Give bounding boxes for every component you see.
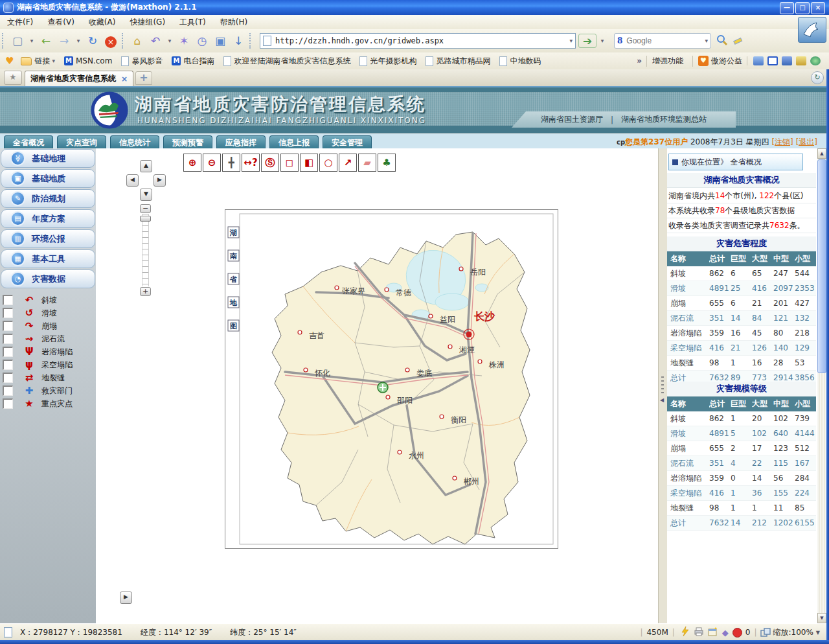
link-item-3[interactable]: 欢迎登陆湖南省地质灾害信息系统 (223, 56, 350, 67)
links-folder-button[interactable]: 链接 ▾ (21, 56, 55, 67)
globe-icon[interactable] (810, 56, 821, 65)
zoom-out-slider-button[interactable]: − (140, 204, 151, 213)
links-overflow-chevron[interactable]: » (637, 56, 642, 65)
new-tab-button[interactable]: + (135, 71, 152, 85)
minimize-button[interactable]: — (780, 2, 794, 14)
layer-checkbox[interactable] (3, 334, 13, 344)
scroll-up-icon[interactable]: ▲ (817, 148, 826, 159)
new-page-button[interactable]: ▢ (9, 32, 26, 49)
new-page-dropdown[interactable]: ▾ (27, 32, 36, 49)
tab-refresh-icon[interactable]: ↻ (811, 71, 824, 84)
sidebar-button-0[interactable]: ≫基础地理 (1, 149, 95, 168)
sidebar-button-2[interactable]: ✎防治规划 (1, 189, 95, 208)
link-item-1[interactable]: 暴风影音 (121, 56, 163, 67)
search-icon[interactable] (716, 34, 728, 48)
measure-tool[interactable]: ↔? (242, 154, 260, 172)
menu-item-0[interactable]: 文件(F) (0, 15, 40, 30)
sidebar-button-6[interactable]: ◔灾害数据 (1, 270, 95, 288)
layer-checkbox[interactable] (3, 347, 13, 357)
link-item-6[interactable]: 中地数码 (499, 56, 541, 67)
layer-checkbox[interactable] (3, 373, 13, 383)
window-icon[interactable] (767, 56, 778, 65)
proxy-icon[interactable] (753, 56, 764, 65)
nav-tab-1[interactable]: 灾点查询 (57, 135, 106, 150)
scroll-down-icon[interactable]: ▼ (817, 613, 826, 623)
forward-button[interactable]: → (56, 32, 73, 49)
deselect-tool[interactable]: ◧ (300, 154, 318, 172)
zoom-in-tool[interactable]: ⊕ (183, 154, 201, 172)
maxthon-charity-link[interactable]: ♥ 傲游公益 (692, 56, 742, 67)
eraser-tool[interactable]: ▰ (358, 154, 376, 172)
scale-tool[interactable]: Ⓢ (261, 154, 279, 172)
draw-line-tool[interactable]: ↗ (339, 154, 357, 172)
active-tab[interactable]: 湖南省地质灾害信息系统 × (25, 71, 133, 86)
link-item-0[interactable]: MMSN.com (64, 56, 112, 65)
link-item-2[interactable]: M电台指南 (172, 56, 214, 67)
nav-tab-6[interactable]: 安全管理 (323, 135, 372, 150)
link-item-5[interactable]: 觅路城市精品网 (426, 56, 490, 67)
pan-east-button[interactable]: ▶ (153, 174, 166, 187)
locate-icon[interactable] (378, 382, 388, 393)
zoom-control[interactable]: 缩放:100% ▼ (760, 627, 820, 638)
layer-checkbox[interactable] (3, 385, 13, 396)
select-rect-tool[interactable]: ◻ (280, 154, 299, 172)
boost-icon[interactable] (681, 627, 690, 638)
close-button[interactable]: × (811, 2, 825, 14)
layer-row-0[interactable]: ↶斜坡 (3, 293, 96, 306)
layer-checkbox[interactable] (3, 295, 13, 305)
logout-link[interactable]: [注销] (771, 137, 793, 146)
layer-row-8[interactable]: ★重点灾点 (3, 397, 96, 410)
menu-item-3[interactable]: 快捷组(G) (122, 15, 172, 30)
layer-checkbox[interactable] (3, 360, 13, 370)
full-extent-tool[interactable]: ♣ (378, 154, 396, 172)
zoom-in-slider-button[interactable]: + (140, 287, 151, 296)
layer-row-4[interactable]: Ψ岩溶塌陷 (3, 345, 96, 358)
nav-tab-4[interactable]: 应急指挥 (216, 135, 266, 150)
layer-row-5[interactable]: ψ采空塌陷 (3, 358, 96, 371)
map-area[interactable]: ▲ ◀ ▶ ▼ − + ⊕⊖╋↔?Ⓢ◻◧○↗▰♣ ▶ 湖南省地图 (96, 148, 658, 623)
tab-close-icon[interactable]: × (121, 75, 128, 84)
sidebar-button-1[interactable]: ▣基础地质 (1, 169, 95, 188)
exit-link[interactable]: [退出] (796, 137, 817, 146)
layer-checkbox[interactable] (3, 321, 13, 331)
link-land-resources[interactable]: 湖南省国土资源厅 (541, 114, 603, 125)
go-button[interactable]: ➔ (578, 34, 596, 48)
refresh-button[interactable]: ↻ (84, 32, 101, 49)
toolbar-grip[interactable] (2, 33, 6, 49)
map-frame[interactable]: 湖南省地图 (225, 209, 558, 549)
layer-row-7[interactable]: ✚救灾部门 (3, 384, 96, 397)
address-input[interactable] (274, 36, 569, 46)
nav-tab-2[interactable]: 信息统计 (110, 135, 159, 150)
pan-south-button[interactable]: ▼ (140, 189, 152, 201)
zoom-dropdown-icon[interactable]: ▼ (816, 630, 820, 636)
pan-west-button[interactable]: ◀ (126, 174, 139, 187)
enhance-features-link[interactable]: 增强功能 (646, 56, 683, 67)
menu-item-1[interactable]: 查看(V) (40, 15, 82, 30)
go-dropdown[interactable]: ▾ (598, 32, 607, 49)
toolbar-grip[interactable] (249, 33, 254, 49)
notes-icon[interactable] (782, 56, 792, 65)
nav-tab-5[interactable]: 信息上报 (269, 135, 319, 150)
nav-tab-0[interactable]: 全省概况 (4, 135, 53, 150)
search-input[interactable] (625, 36, 705, 46)
sidebar-button-3[interactable]: ▤年度方案 (1, 209, 95, 228)
back-button[interactable]: ← (38, 32, 54, 49)
link-item-4[interactable]: 光年摄影机构 (359, 56, 416, 67)
menu-item-4[interactable]: 工具(T) (172, 15, 213, 30)
window-media-icon[interactable]: ▣ (212, 32, 229, 49)
splitter-collapse-icon[interactable]: ◀ (660, 397, 664, 403)
favorites-heart-icon[interactable]: ♥ (5, 55, 14, 67)
history-clock-icon[interactable]: ◷ (194, 32, 210, 49)
splitter-handle[interactable] (661, 376, 664, 393)
history-dropdown[interactable]: ▾ (74, 32, 83, 49)
blocked-popup-icon[interactable] (732, 628, 744, 638)
new-window-icon[interactable] (708, 627, 718, 638)
stop-button[interactable]: × (102, 32, 119, 49)
toolbar-grip[interactable] (122, 33, 126, 49)
undo-button[interactable]: ↶ (147, 32, 164, 49)
favorites-star-button[interactable]: ★ (4, 71, 22, 85)
maximize-button[interactable]: □ (795, 2, 810, 14)
notebook-icon[interactable]: ◆ (722, 628, 729, 638)
link-geo-monitoring[interactable]: 湖南省地质环境监测总站 (621, 114, 707, 125)
zoom-out-tool[interactable]: ⊖ (203, 154, 221, 172)
